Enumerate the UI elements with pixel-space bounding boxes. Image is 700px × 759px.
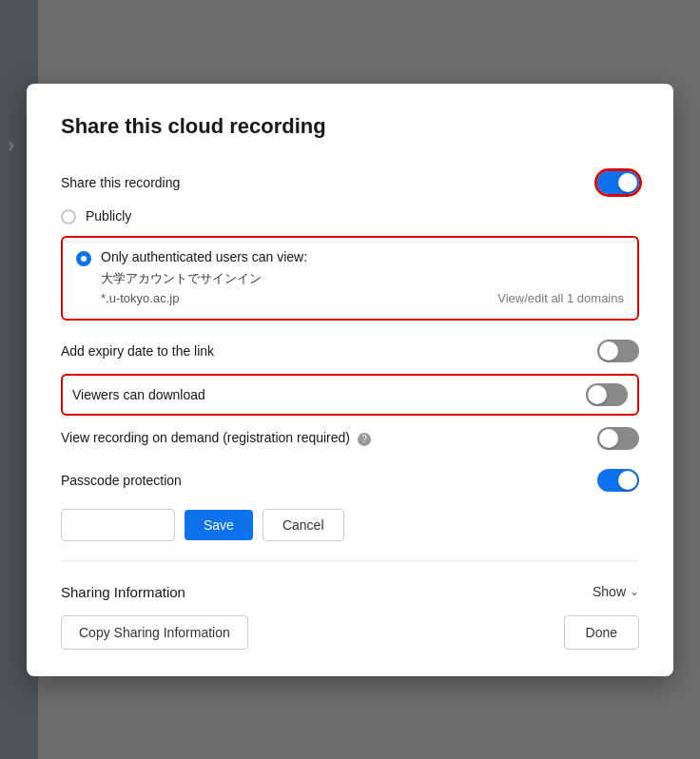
domain-link[interactable]: View/edit all 1 domains [497, 291, 624, 305]
toggle-thumb [588, 385, 607, 404]
chevron-down-icon: ⌄ [630, 585, 639, 598]
passcode-input-row: Save Cancel [61, 501, 639, 545]
divider [61, 560, 639, 561]
cancel-button[interactable]: Cancel [262, 509, 344, 541]
expiry-row: Add expiry date to the link [61, 330, 639, 372]
on-demand-help-icon[interactable]: ? [358, 433, 371, 446]
expiry-toggle[interactable] [597, 340, 639, 362]
sharing-info-label: Sharing Information [61, 584, 185, 600]
copy-sharing-button[interactable]: Copy Sharing Information [61, 615, 248, 650]
share-recording-toggle[interactable] [597, 171, 639, 194]
passcode-input[interactable] [61, 509, 175, 541]
auth-users-label: Only authenticated users can view: [101, 249, 307, 264]
passcode-toggle[interactable] [597, 469, 639, 492]
toggle-thumb [599, 341, 618, 360]
passcode-row: Passcode protection [61, 459, 639, 501]
toggle-thumb [618, 173, 637, 192]
expiry-label: Add expiry date to the link [61, 343, 214, 359]
viewers-download-toggle[interactable] [586, 383, 628, 406]
sharing-info-row: Sharing Information Show ⌄ [61, 576, 639, 608]
domain-row: *.u-tokyo.ac.jp View/edit all 1 domains [101, 291, 624, 305]
share-recording-label: Share this recording [61, 175, 180, 190]
on-demand-label: View recording on demand (registration r… [61, 430, 371, 445]
toggle-thumb [618, 471, 637, 490]
publicly-radio[interactable] [61, 209, 76, 224]
save-button[interactable]: Save [185, 510, 253, 540]
passcode-label: Passcode protection [61, 473, 182, 488]
show-button[interactable]: Show ⌄ [593, 584, 639, 599]
publicly-label: Publicly [86, 208, 131, 224]
publicly-row: Publicly [61, 204, 639, 232]
auth-users-radio-row: Only authenticated users can view: [76, 249, 624, 266]
share-recording-row: Share this recording [61, 162, 639, 204]
share-recording-modal: Share this cloud recording Share this re… [27, 84, 673, 676]
bottom-actions: Copy Sharing Information Done [61, 615, 639, 650]
domain-text: *.u-tokyo.ac.jp [101, 291, 179, 305]
auth-signin-label: 大学アカウントでサインイン [101, 270, 624, 287]
viewers-download-row: Viewers can download [61, 374, 639, 416]
auth-users-section: Only authenticated users can view: 大学アカウ… [61, 236, 639, 321]
modal-title: Share this cloud recording [61, 114, 639, 139]
on-demand-toggle[interactable] [597, 427, 639, 450]
toggle-thumb [599, 429, 618, 448]
auth-users-radio[interactable] [76, 251, 91, 266]
show-label: Show [593, 584, 626, 599]
viewers-download-label: Viewers can download [72, 387, 205, 402]
on-demand-row: View recording on demand (registration r… [61, 418, 639, 459]
done-button[interactable]: Done [564, 615, 639, 650]
